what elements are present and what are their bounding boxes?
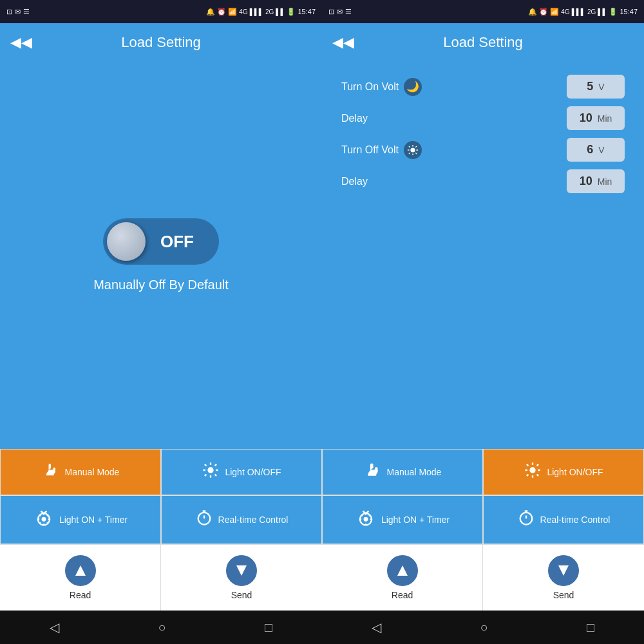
action-buttons-left: Read Send <box>0 544 322 611</box>
send-icon-circle-right <box>548 555 579 586</box>
svg-line-43 <box>537 464 538 466</box>
svg-point-10 <box>41 517 46 522</box>
wifi-icon: 📶 <box>228 8 237 16</box>
mode-manual-left[interactable]: Manual Mode <box>0 449 161 495</box>
sun-icon-right <box>524 461 542 483</box>
read-button-right[interactable]: Read <box>322 545 483 611</box>
turn-off-volt-label: Turn Off Volt <box>341 141 422 159</box>
svg-point-27 <box>410 147 415 152</box>
read-label-left: Read <box>70 590 91 600</box>
mode-manual-label-right: Manual Mode <box>387 467 442 477</box>
time-display: 15:47 <box>298 8 316 15</box>
timer-icon-right <box>517 509 535 531</box>
delay-1-value-box[interactable]: 10 Min <box>567 106 625 130</box>
mode-light-timer-right[interactable]: Light ON + Timer <box>322 495 483 544</box>
nav-bar-right: ◁ ○ □ <box>322 611 644 644</box>
nav-recents-icon-right[interactable]: □ <box>587 620 594 635</box>
mode-buttons-left: Manual Mode Light ON/ <box>0 449 322 544</box>
screenshot-icon: ⊡ <box>6 8 12 16</box>
mode-light-onoff-label-right: Light ON/OFF <box>547 467 603 477</box>
send-label-right: Send <box>553 590 574 600</box>
app-screen-right: ◀◀ Load Setting Turn On Volt 🌙 5 V Delay <box>322 23 644 611</box>
clock-sun-icon-right <box>355 507 376 532</box>
send-button-right[interactable]: Send <box>483 545 644 611</box>
message-icon-r: ✉ <box>337 8 343 16</box>
nav-recents-icon-left[interactable]: □ <box>265 620 272 635</box>
turn-on-volt-label: Turn On Volt 🌙 <box>341 78 422 96</box>
svg-line-51 <box>361 515 363 516</box>
read-label-right: Read <box>392 590 413 600</box>
svg-marker-59 <box>397 565 408 576</box>
setting-delay-1: Delay 10 Min <box>341 106 625 130</box>
signal-bars-r: ▌▌▌ <box>572 8 585 15</box>
svg-point-0 <box>208 467 214 473</box>
delay-2-label: Delay <box>341 176 368 187</box>
main-content-left: OFF Manually Off By Default <box>0 62 322 449</box>
toggle-knob <box>107 222 146 261</box>
nav-home-icon-right[interactable]: ○ <box>480 620 488 635</box>
signal-4g-r: 4G <box>561 8 569 15</box>
mode-realtime-left[interactable]: Real-time Control <box>161 495 322 544</box>
mode-light-onoff-right[interactable]: Light ON/OFF <box>483 449 644 495</box>
power-toggle[interactable]: OFF <box>103 218 219 265</box>
toggle-container: OFF Manually Off By Default <box>93 218 229 292</box>
mode-light-timer-left[interactable]: Light ON + Timer <box>0 495 161 544</box>
svg-point-46 <box>363 517 368 522</box>
app-screen-left: ◀◀ Load Setting OFF Manually Off By Defa… <box>0 23 322 611</box>
svg-line-16 <box>47 522 48 524</box>
mode-light-timer-label-left: Light ON + Timer <box>59 515 128 525</box>
nav-home-icon-left[interactable]: ○ <box>158 620 166 635</box>
svg-line-6 <box>215 475 216 476</box>
turn-on-volt-text: Turn On Volt <box>341 81 399 93</box>
signal-4g: 4G <box>239 8 247 15</box>
signal-2g-r: 2G <box>587 8 596 15</box>
toggle-description: Manually Off By Default <box>93 278 229 292</box>
svg-line-19 <box>41 511 44 513</box>
turn-off-volt-value: 6 <box>587 143 593 156</box>
signal-bars2-r: ▌▌ <box>598 8 607 15</box>
svg-marker-26 <box>236 565 247 576</box>
setting-turn-on-volt: Turn On Volt 🌙 5 V <box>341 75 625 99</box>
mode-realtime-label-right: Real-time Control <box>540 515 611 525</box>
svg-line-32 <box>409 146 410 147</box>
vibrate-icon: 🔔 <box>206 8 215 16</box>
mode-light-timer-label-right: Light ON + Timer <box>381 515 450 525</box>
turn-on-volt-value: 5 <box>587 80 593 93</box>
alarm-icon: ⏰ <box>217 8 226 16</box>
delay-2-value: 10 <box>580 175 592 188</box>
status-bar-right: ⊡ ✉ ☰ 🔔 ⏰ 📶 4G ▌▌▌ 2G ▌▌ 🔋 15:47 <box>322 0 644 23</box>
svg-line-7 <box>215 464 216 466</box>
action-buttons-right: Read Send <box>322 544 644 611</box>
signal-bars: ▌▌▌ <box>250 8 263 15</box>
toggle-state-label: OFF <box>146 232 215 252</box>
delay-1-label: Delay <box>341 113 368 124</box>
nav-back-icon-left[interactable]: ◁ <box>50 620 59 635</box>
back-button-right[interactable]: ◀◀ <box>332 34 354 51</box>
nav-back-icon-right[interactable]: ◁ <box>372 620 381 635</box>
send-label-left: Send <box>231 590 252 600</box>
back-button-left[interactable]: ◀◀ <box>10 34 32 51</box>
send-icon-circle <box>226 555 257 586</box>
timer-icon-left <box>195 509 213 531</box>
status-icons-right: 🔔 ⏰ 📶 4G ▌▌▌ 2G ▌▌ 🔋 15:47 <box>206 8 316 16</box>
signal-2g: 2G <box>265 8 274 15</box>
hand-icon <box>42 461 60 483</box>
mode-realtime-right[interactable]: Real-time Control <box>483 495 644 544</box>
send-button-left[interactable]: Send <box>161 545 322 611</box>
read-icon-circle <box>65 555 96 586</box>
header-left: ◀◀ Load Setting <box>0 23 322 62</box>
svg-marker-60 <box>558 565 569 576</box>
mode-light-onoff-left[interactable]: Light ON/OFF <box>161 449 322 495</box>
status-icons-right-right: 🔔 ⏰ 📶 4G ▌▌▌ 2G ▌▌ 🔋 15:47 <box>528 8 638 16</box>
read-button-left[interactable]: Read <box>0 545 161 611</box>
nav-bar-left: ◁ ○ □ <box>0 611 322 644</box>
page-title-left: Load Setting <box>121 34 201 51</box>
mode-manual-right[interactable]: Manual Mode <box>322 449 483 495</box>
svg-line-34 <box>415 146 417 147</box>
turn-on-volt-value-box[interactable]: 5 V <box>567 75 625 99</box>
mode-light-onoff-label-left: Light ON/OFF <box>225 467 281 477</box>
turn-off-volt-value-box[interactable]: 6 V <box>567 138 625 162</box>
svg-line-8 <box>205 475 206 476</box>
svg-line-53 <box>363 511 366 513</box>
delay-2-value-box[interactable]: 10 Min <box>567 169 625 193</box>
